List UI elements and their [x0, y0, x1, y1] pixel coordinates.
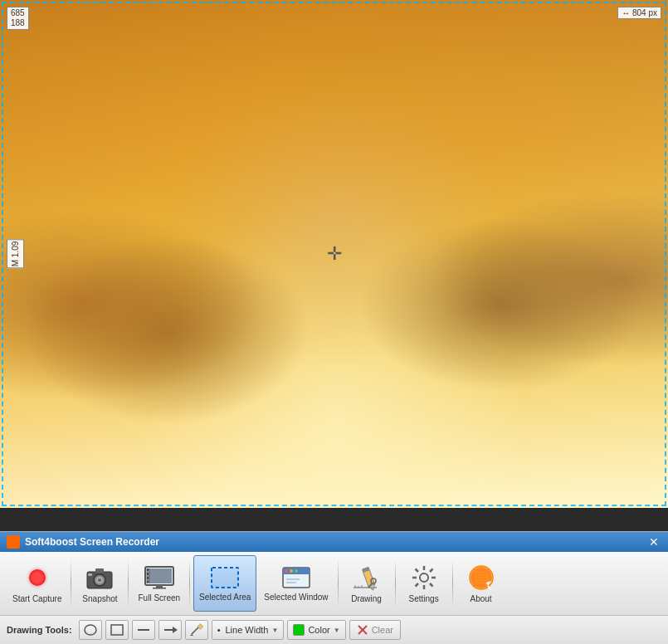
arrow-tool-button[interactable] — [158, 620, 182, 640]
selected-area-label: Selected Area — [199, 593, 251, 602]
record-icon — [24, 564, 51, 591]
svg-rect-19 — [283, 573, 310, 574]
line-width-dropdown[interactable]: • Line Width ▼ — [212, 620, 285, 640]
window-icon — [281, 566, 311, 589]
pencil-tool-button[interactable] — [185, 620, 208, 640]
snapshot-label: Snapshot — [82, 594, 117, 603]
svg-point-22 — [295, 569, 298, 573]
title-bar-left: Soft4boost Screen Recorder — [7, 535, 159, 549]
drawing-tools-label: Drawing Tools: — [7, 625, 72, 635]
separator-5 — [395, 559, 396, 608]
about-button[interactable]: About — [456, 555, 506, 612]
svg-point-34 — [420, 573, 428, 582]
about-icon — [467, 564, 495, 591]
svg-line-42 — [415, 583, 418, 587]
svg-rect-15 — [147, 581, 149, 583]
svg-rect-8 — [156, 585, 163, 588]
svg-rect-14 — [147, 577, 149, 579]
settings-label: Settings — [409, 594, 439, 603]
svg-line-41 — [430, 568, 433, 572]
title-bar: Soft4boost Screen Recorder ✕ — [0, 532, 668, 552]
settings-icon — [410, 564, 438, 591]
svg-rect-9 — [153, 588, 166, 589]
separator-6 — [452, 559, 453, 608]
svg-rect-4 — [95, 568, 104, 573]
color-dropdown[interactable]: Color ▼ — [287, 620, 345, 640]
full-screen-label: Full Screen — [138, 593, 180, 603]
close-button[interactable]: ✕ — [646, 534, 661, 549]
area-icon — [210, 566, 240, 589]
svg-line-40 — [430, 583, 433, 587]
coord-label-topleft: 685 188 — [7, 7, 29, 30]
start-capture-button[interactable]: Start Capture — [7, 555, 67, 612]
svg-rect-7 — [147, 568, 172, 583]
circle-tool-button[interactable] — [79, 620, 102, 640]
selected-area-button[interactable]: Selected Area — [193, 555, 256, 612]
svg-line-39 — [415, 568, 418, 572]
sub-toolbar: Drawing Tools: — [0, 616, 668, 644]
camera-icon — [85, 564, 114, 591]
capture-area: 685 188 ↔ 804 px M 1.09 ✛ — [0, 0, 668, 508]
separator-1 — [71, 559, 71, 608]
start-capture-label: Start Capture — [12, 594, 61, 603]
about-label: About — [471, 594, 492, 603]
clear-icon — [357, 624, 368, 636]
clear-button[interactable]: Clear — [349, 620, 401, 640]
toolbar-container: Soft4boost Screen Recorder ✕ Start Captu… — [0, 531, 668, 644]
svg-line-48 — [488, 586, 490, 589]
line-tool-button[interactable] — [132, 620, 155, 640]
separator-4 — [338, 559, 339, 608]
svg-rect-56 — [197, 623, 202, 629]
selected-window-label: Selected Window — [264, 593, 328, 602]
svg-rect-16 — [212, 568, 238, 588]
screen-icon — [144, 565, 174, 590]
full-screen-button[interactable]: Full Screen — [132, 555, 186, 612]
svg-marker-53 — [173, 627, 178, 633]
height-label-leftmid: M 1.09 — [7, 240, 24, 269]
svg-rect-12 — [147, 568, 149, 571]
rect-tool-button[interactable] — [105, 620, 129, 640]
svg-point-21 — [290, 569, 293, 573]
svg-point-20 — [285, 569, 288, 573]
svg-marker-55 — [190, 634, 193, 636]
svg-point-49 — [85, 625, 96, 635]
color-swatch — [293, 624, 305, 636]
snapshot-button[interactable]: Snapshot — [75, 555, 124, 612]
separator-3 — [189, 559, 190, 608]
drawing-icon — [352, 564, 382, 591]
selected-window-button[interactable]: Selected Window — [258, 555, 334, 612]
app-title: Soft4boost Screen Recorder — [25, 536, 159, 548]
size-label-topright: ↔ 804 px — [617, 7, 661, 19]
main-toolbar: Start Capture Snapshot — [0, 552, 668, 616]
drawing-label: Drawing — [351, 594, 382, 603]
svg-rect-13 — [147, 573, 149, 575]
drawing-button[interactable]: Drawing — [342, 555, 392, 612]
app-icon — [7, 535, 20, 549]
move-cursor-icon: ✛ — [324, 244, 344, 264]
svg-point-3 — [98, 578, 101, 582]
settings-button[interactable]: Settings — [399, 555, 449, 612]
svg-rect-5 — [88, 573, 92, 576]
separator-2 — [128, 559, 129, 608]
svg-rect-50 — [111, 625, 123, 635]
